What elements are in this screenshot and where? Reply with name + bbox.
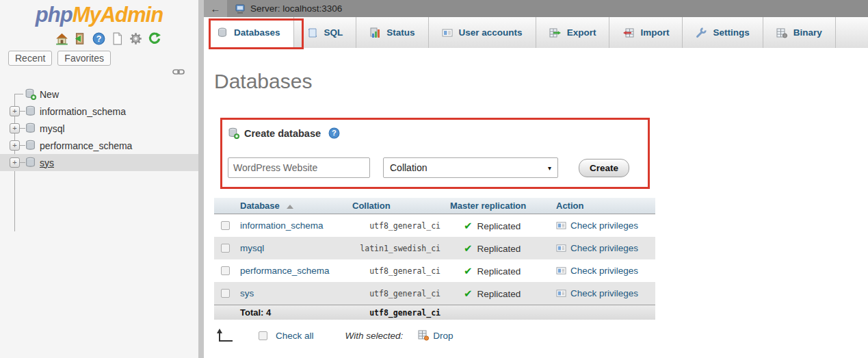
tree-item-sys[interactable]: + sys: [0, 154, 198, 171]
database-icon: [25, 105, 36, 117]
navigation-sidebar: phpMyAdmin ? Recent Favorites: [0, 0, 198, 358]
row-checkbox[interactable]: [221, 244, 230, 253]
binary-log-icon: [776, 27, 787, 38]
svg-text:?: ?: [96, 34, 101, 43]
tab-status[interactable]: Status: [356, 17, 428, 48]
database-name-input[interactable]: [228, 157, 370, 178]
table-row: performance_schema utf8_general_ci ✔Repl…: [214, 259, 655, 282]
database-link[interactable]: mysql: [240, 243, 264, 253]
link-icon[interactable]: [172, 68, 185, 76]
scroll-to-top-icon[interactable]: [216, 329, 234, 342]
table-footer: Check all With selected: Drop: [216, 329, 453, 342]
gear-icon[interactable]: [129, 31, 142, 45]
database-icon: [217, 27, 228, 38]
docs-icon[interactable]: [110, 31, 124, 45]
header-action: Action: [552, 201, 655, 211]
tree-item-new-database[interactable]: New: [0, 86, 198, 103]
expand-icon[interactable]: +: [10, 140, 20, 151]
main-content: Databases Create database ? Collation ▾ …: [204, 48, 868, 358]
drop-button[interactable]: Drop: [418, 330, 453, 341]
back-arrow-icon: ←: [211, 3, 221, 14]
tree-item-label: performance_schema: [40, 140, 132, 151]
database-link[interactable]: information_schema: [240, 220, 324, 231]
replication-status: Replicated: [477, 221, 521, 231]
tab-export[interactable]: Export: [536, 17, 610, 48]
new-database-icon: [228, 127, 239, 139]
row-checkbox[interactable]: [221, 221, 230, 230]
expand-icon[interactable]: +: [10, 106, 20, 116]
recent-button[interactable]: Recent: [8, 51, 52, 66]
server-icon: [235, 3, 246, 14]
back-arrow-button[interactable]: ←: [204, 0, 227, 17]
check-icon: ✔: [464, 220, 473, 231]
export-icon: [549, 27, 561, 38]
server-breadcrumb[interactable]: Server: localhost:3306: [235, 3, 342, 14]
databases-table: Database Collation Master replication Ac…: [214, 198, 655, 320]
create-database-label: Create database: [244, 128, 321, 139]
database-link[interactable]: performance_schema: [240, 266, 330, 276]
tab-settings[interactable]: Settings: [683, 17, 763, 48]
logo-php: php: [36, 3, 73, 27]
status-chart-icon: [369, 27, 380, 38]
sidebar-quick-buttons: Recent Favorites: [8, 51, 111, 66]
server-label: Server: localhost:3306: [250, 3, 342, 14]
database-tree: New + information_schema + mysql + perfo…: [0, 86, 198, 171]
header-master-replication: Master replication: [445, 201, 552, 211]
create-button[interactable]: Create: [579, 159, 629, 177]
wrench-icon: [696, 27, 707, 38]
header-replication-label: Master replication: [450, 201, 526, 211]
page-title: Databases: [214, 70, 312, 93]
help-icon[interactable]: ?: [328, 127, 340, 139]
database-link[interactable]: sys: [240, 288, 254, 298]
row-checkbox[interactable]: [221, 266, 230, 275]
logout-icon[interactable]: [73, 31, 87, 45]
tab-sql[interactable]: SQL: [294, 17, 357, 48]
table-row: information_schema utf8_general_ci ✔Repl…: [214, 214, 655, 237]
check-icon: ✔: [464, 242, 473, 254]
sort-asc-icon: [287, 205, 293, 209]
panel-divider[interactable]: [198, 0, 204, 358]
favorites-button[interactable]: Favorites: [57, 51, 111, 66]
collation-value: utf8_general_ci: [369, 289, 440, 298]
expand-icon[interactable]: +: [10, 123, 20, 133]
tab-label: SQL: [324, 27, 343, 38]
check-all-label[interactable]: Check all: [276, 331, 314, 341]
replication-status: Replicated: [477, 244, 521, 254]
tree-item-information-schema[interactable]: + information_schema: [0, 103, 198, 120]
table-row: sys utf8_general_ci ✔Replicated Check pr…: [214, 282, 655, 305]
help-icon[interactable]: ?: [92, 31, 105, 45]
tab-databases[interactable]: Databases: [204, 17, 294, 48]
collation-select-value: Collation: [390, 162, 427, 173]
refresh-icon[interactable]: [147, 31, 161, 45]
sidebar-toolbar: ?: [55, 31, 161, 45]
tab-import[interactable]: Import: [609, 17, 683, 48]
tab-user-accounts[interactable]: User accounts: [429, 17, 536, 48]
check-privileges-link[interactable]: Check privileges: [570, 288, 638, 298]
header-collation[interactable]: Collation: [352, 201, 445, 211]
check-all-checkbox[interactable]: [259, 331, 267, 340]
chevron-down-icon: ▾: [548, 164, 551, 172]
header-collation-label: Collation: [352, 201, 391, 211]
tab-label: User accounts: [459, 27, 523, 38]
tree-item-mysql[interactable]: + mysql: [0, 120, 198, 137]
check-privileges-link[interactable]: Check privileges: [570, 266, 638, 276]
collation-value: latin1_swedish_ci: [360, 244, 440, 253]
tab-label: Databases: [234, 27, 280, 38]
total-collation: utf8_general_ci: [369, 308, 440, 318]
main-tab-bar: Databases SQL Status User accounts Expor…: [204, 17, 868, 48]
header-database[interactable]: Database: [236, 201, 352, 211]
tree-item-performance-schema[interactable]: + performance_schema: [0, 137, 198, 154]
replication-status: Replicated: [477, 266, 521, 277]
tab-binary-log[interactable]: Binary: [763, 17, 836, 48]
row-checkbox[interactable]: [221, 289, 230, 298]
privileges-icon: [556, 243, 566, 253]
home-icon[interactable]: [55, 31, 68, 45]
expand-icon[interactable]: +: [10, 157, 20, 168]
check-privileges-link[interactable]: Check privileges: [570, 220, 638, 231]
sql-icon: [307, 27, 318, 38]
import-icon: [622, 27, 634, 38]
total-label: Total: 4: [236, 307, 352, 318]
check-privileges-link[interactable]: Check privileges: [570, 243, 638, 253]
user-card-icon: [442, 27, 453, 38]
collation-select[interactable]: Collation ▾: [383, 157, 558, 178]
